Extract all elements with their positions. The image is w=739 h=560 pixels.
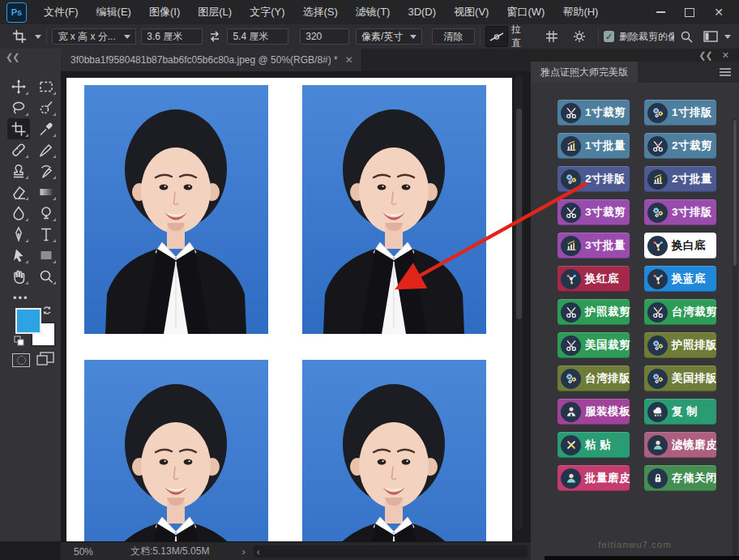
plugin-button-13-scissors[interactable]: 台湾裁剪 <box>644 299 716 325</box>
tool-crop[interactable] <box>7 118 30 139</box>
photoshop-window: Ps 文件(F)编辑(E)图像(I)图层(L)文字(Y)选择(S)滤镜(T)3D… <box>0 0 739 560</box>
tool-stamp[interactable] <box>7 160 30 182</box>
plugin-button-1-gears[interactable]: 1寸排版 <box>644 100 716 126</box>
collapse-panel-icon[interactable]: ❮❮ <box>698 50 711 61</box>
plugin-button-18-person-suit[interactable]: 服装模板 <box>557 399 630 425</box>
menu-item-10[interactable]: 帮助(H) <box>553 0 607 24</box>
status-menu-arrow-icon[interactable]: › <box>241 545 245 558</box>
tool-move[interactable] <box>7 76 30 97</box>
crop-settings-gear-icon[interactable] <box>569 27 590 46</box>
crop-height-field[interactable] <box>227 28 288 45</box>
crop-width-input[interactable] <box>147 31 197 42</box>
tool-path-select[interactable] <box>7 245 30 266</box>
aspect-preset-select[interactable]: 宽 x 高 x 分... <box>52 28 136 45</box>
resolution-input[interactable] <box>305 31 344 42</box>
chevron-down-icon[interactable] <box>724 35 731 39</box>
tool-type[interactable] <box>35 224 58 245</box>
plugin-button-23-lock[interactable]: 存储关闭 <box>644 465 716 491</box>
menu-item-8[interactable]: 视图(V) <box>445 0 498 24</box>
plugin-button-3-scissors[interactable]: 2寸裁剪 <box>644 133 716 159</box>
plugin-button-11-network[interactable]: 换蓝底 <box>644 266 716 292</box>
plugin-button-19-cloud[interactable]: 复 制 <box>644 399 716 425</box>
document-tab[interactable]: 3f0bba1f9580481b87bab6fc05b6c80a.jpeg @ … <box>61 49 362 71</box>
tool-dodge[interactable] <box>35 203 58 224</box>
tool-marquee[interactable] <box>35 76 58 97</box>
default-colors-icon[interactable] <box>14 335 24 349</box>
menu-item-6[interactable]: 滤镜(T) <box>347 0 399 24</box>
straighten-label[interactable]: 拉直 <box>511 23 529 50</box>
close-panel-icon[interactable]: ✕ <box>722 50 729 61</box>
menu-item-0[interactable]: 文件(F) <box>35 0 88 24</box>
delete-cropped-pixels-checkbox[interactable]: ✓ <box>604 31 614 42</box>
clear-button[interactable]: 清除 <box>432 28 475 45</box>
menu-item-2[interactable]: 图像(I) <box>140 0 189 24</box>
plugin-button-6-scissors[interactable]: 3寸裁剪 <box>557 199 630 225</box>
resolution-unit-select[interactable]: 像素/英寸 <box>356 28 421 45</box>
plugin-button-16-gears[interactable]: 台湾排版 <box>557 365 630 391</box>
tool-hand[interactable] <box>7 266 30 287</box>
tool-history-brush[interactable] <box>35 160 58 182</box>
plugin-button-label: 2寸裁剪 <box>672 139 712 153</box>
workspace-toggle-icon[interactable] <box>700 27 721 46</box>
plugin-button-21-person[interactable]: 滤镜磨皮 <box>644 432 716 458</box>
plugin-button-22-person[interactable]: 批量磨皮 <box>557 465 630 491</box>
tool-quick-select[interactable] <box>35 97 58 118</box>
panel-menu-icon[interactable] <box>720 68 731 76</box>
plugin-button-12-scissors[interactable]: 护照裁剪 <box>557 299 630 325</box>
canvas-horizontal-scrollbar[interactable]: ‹ <box>254 545 528 558</box>
close-document-icon[interactable]: ✕ <box>345 54 353 66</box>
straighten-icon[interactable] <box>485 26 508 47</box>
zoom-level[interactable]: 50% <box>74 546 93 558</box>
tool-healing[interactable] <box>7 139 30 160</box>
plugin-button-2-chart[interactable]: 1寸批量 <box>557 133 630 159</box>
close-button[interactable]: ✕ <box>710 5 728 19</box>
plugin-button-17-gears[interactable]: 美国排版 <box>644 365 716 391</box>
canvas-vertical-scrollbar[interactable] <box>515 76 523 530</box>
crop-tool-preset-icon[interactable] <box>9 27 30 46</box>
crop-height-input[interactable] <box>233 31 283 42</box>
tool-lasso[interactable] <box>7 97 30 118</box>
plugin-button-4-gears[interactable]: 2寸排版 <box>557 166 630 192</box>
overlay-grid-icon[interactable] <box>541 27 562 46</box>
tool-eraser[interactable] <box>7 182 30 203</box>
crop-width-field[interactable] <box>141 28 203 45</box>
resolution-field[interactable] <box>300 28 349 45</box>
maximize-button[interactable] <box>681 5 698 19</box>
tool-pen[interactable] <box>7 224 30 245</box>
plugin-button-0-scissors[interactable]: 1寸裁剪 <box>557 100 630 126</box>
foreground-color-swatch[interactable] <box>15 308 41 334</box>
menu-item-1[interactable]: 编辑(E) <box>88 0 140 24</box>
plugin-button-5-chart[interactable]: 2寸批量 <box>644 166 716 192</box>
swap-dimensions-icon[interactable] <box>204 27 225 46</box>
chart-icon <box>561 136 581 156</box>
menu-item-5[interactable]: 选择(S) <box>293 0 346 24</box>
plugin-button-9-network[interactable]: 换白底 <box>644 233 716 259</box>
menu-item-4[interactable]: 文字(Y) <box>241 0 293 24</box>
menu-item-9[interactable]: 窗口(W) <box>498 0 553 24</box>
tool-blur[interactable] <box>7 203 30 224</box>
edit-toolbar-ellipsis-icon[interactable]: ••• <box>13 292 29 304</box>
swap-colors-icon[interactable] <box>41 305 53 319</box>
plugin-button-20-cross-tools[interactable]: 粘 贴 <box>557 432 630 458</box>
plugin-button-14-scissors[interactable]: 美国裁剪 <box>557 332 630 358</box>
plugin-button-15-gears[interactable]: 护照排版 <box>644 332 716 358</box>
menu-item-3[interactable]: 图层(L) <box>189 0 241 24</box>
search-icon[interactable] <box>676 27 697 46</box>
plugin-button-label: 3寸裁剪 <box>585 205 626 220</box>
quick-mask-icon[interactable] <box>12 353 30 367</box>
plugin-button-7-gears[interactable]: 3寸排版 <box>644 199 716 225</box>
plugin-panel-tab[interactable]: 雅点证照大师完美版 <box>531 62 638 83</box>
plugin-button-8-chart[interactable]: 3寸批量 <box>557 233 630 259</box>
tool-shape[interactable] <box>35 245 58 266</box>
plugin-button-10-network[interactable]: 换红底 <box>557 266 630 292</box>
collapse-tools-icon[interactable]: ❮❮ <box>6 52 19 62</box>
minimize-button[interactable] <box>651 5 669 19</box>
resolution-unit-value: 像素/英寸 <box>361 30 403 44</box>
tool-eyedropper[interactable] <box>35 118 58 139</box>
tool-brush[interactable] <box>35 139 58 160</box>
panel-scrollbar[interactable] <box>733 118 737 556</box>
tool-zoom[interactable] <box>35 266 58 287</box>
menu-item-7[interactable]: 3D(D) <box>399 0 445 24</box>
tool-gradient[interactable] <box>35 182 58 203</box>
screen-mode-icon[interactable] <box>36 352 54 369</box>
